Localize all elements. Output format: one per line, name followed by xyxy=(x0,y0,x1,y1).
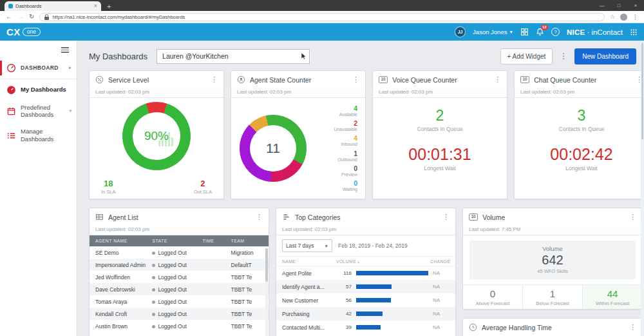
legend-value: 4 xyxy=(307,104,357,112)
legend-value: 2 xyxy=(307,119,357,127)
date-range: Feb 18, 2019 - Feb 24, 2019 xyxy=(338,242,408,249)
out-sla-value: 2 xyxy=(194,179,212,188)
agent-state-total: 11 xyxy=(266,141,280,156)
browser-tab[interactable]: Dashboards × xyxy=(5,1,101,11)
column-header[interactable]: CHANGE xyxy=(430,259,450,264)
state-dot-icon xyxy=(152,325,155,328)
agent-row[interactable]: Austin BrownLogged OutTBBT Te xyxy=(90,320,269,332)
state-dot-icon xyxy=(152,313,155,316)
widget-kebab-icon[interactable]: ⋮ xyxy=(629,323,636,331)
column-header[interactable]: AGENT NAME xyxy=(95,239,152,243)
new-tab-button[interactable]: + xyxy=(107,2,111,11)
chevron-down-icon: ▼ xyxy=(509,30,513,34)
forward-icon[interactable]: → xyxy=(17,14,24,20)
column-header[interactable]: VOLUME ↓ xyxy=(336,259,360,264)
notifications-bell-icon[interactable]: 12 xyxy=(536,28,544,36)
window-maximize-button[interactable]: □ xyxy=(611,3,627,8)
help-icon[interactable]: ? xyxy=(551,28,560,36)
cxone-logo-one: one xyxy=(23,28,41,36)
service-level-widget: Service Level ⋮ Last updated: 02:03 pm 9… xyxy=(89,70,224,199)
widget-kebab-icon[interactable]: ⋮ xyxy=(442,213,450,221)
dashboard-name-input[interactable] xyxy=(156,49,310,64)
legend-item: 2Unavailable xyxy=(307,119,357,132)
agent-list-scrollbar[interactable] xyxy=(265,248,268,336)
url-field[interactable]: https://na1.nice-incontact.com/mydashboa… xyxy=(39,13,605,21)
browser-menu-icon[interactable]: ⋮ xyxy=(632,14,638,20)
volume-panel-value: 642 xyxy=(469,253,636,268)
user-name: Jason Jones xyxy=(473,28,507,35)
widget-kebab-icon[interactable]: ⋮ xyxy=(494,75,501,84)
longest-wait-label: Longest Wait xyxy=(424,165,455,172)
chat-queue-counter-widget: 10 Chat Queue Counter ⋮ Last updated: 02… xyxy=(514,70,644,199)
new-dashboard-button[interactable]: New Dashboard xyxy=(574,48,636,64)
category-row[interactable]: Identify Agent a...57NA xyxy=(276,280,455,293)
page-scrollbar[interactable] xyxy=(641,41,644,336)
category-volume: 56 xyxy=(336,297,352,303)
nice-incontact-logo: NICE · inContact xyxy=(567,28,623,36)
column-header[interactable]: TIME xyxy=(202,239,231,243)
bookmark-star-icon[interactable]: ☆ xyxy=(610,14,615,20)
state-dot-icon xyxy=(152,252,155,255)
volume-bar-track xyxy=(356,325,428,330)
percent-circle-icon xyxy=(95,75,104,84)
volume-bar xyxy=(356,311,383,316)
toolbar-kebab-icon[interactable]: ⋮ xyxy=(558,52,569,61)
user-avatar[interactable]: JJ xyxy=(455,26,466,37)
forecast-cell: 0Above Forecast xyxy=(463,285,523,309)
forecast-label: Within Forecast xyxy=(596,301,629,306)
window-close-button[interactable]: × xyxy=(627,3,644,8)
agent-name: Austin Brown xyxy=(95,323,152,330)
category-row[interactable]: Agent Polite116NA xyxy=(276,266,455,280)
column-header[interactable]: NAME xyxy=(282,259,336,264)
volume-bar-track xyxy=(356,271,428,275)
browser-profile-avatar[interactable] xyxy=(620,14,627,21)
widget-kebab-icon[interactable]: ⋮ xyxy=(256,213,263,221)
out-sla-kpi: 2 Out SLA xyxy=(194,179,212,195)
category-change: NA xyxy=(433,311,450,317)
volume-panel-label: Volume xyxy=(469,245,636,252)
window-minimize-button[interactable]: — xyxy=(594,3,611,8)
agent-team: Migration xyxy=(231,250,263,256)
legend-label: Preview xyxy=(307,172,357,177)
apps-icon[interactable] xyxy=(520,28,529,36)
back-icon[interactable]: ← xyxy=(6,14,12,20)
tab-close-icon[interactable]: × xyxy=(94,3,97,9)
agent-row[interactable]: Jed WoffindenLogged OutTBBT Te xyxy=(90,271,269,283)
column-header[interactable]: STATE xyxy=(152,239,202,243)
state-dot-icon xyxy=(152,264,155,267)
sidebar-item-manage-dashboards[interactable]: Manage Dashboards xyxy=(0,123,77,148)
add-widget-button[interactable]: + Add Widget xyxy=(500,48,553,64)
column-header[interactable]: TEAM xyxy=(231,239,263,243)
waffle-menu-icon[interactable] xyxy=(630,28,638,36)
category-change: NA xyxy=(433,284,450,290)
widget-title: Volume xyxy=(482,213,625,221)
refresh-icon[interactable]: ↻ xyxy=(29,14,34,20)
agent-row[interactable]: SE DemoLogged OutMigration xyxy=(90,246,269,259)
category-row[interactable]: New Customer56NA xyxy=(276,293,455,307)
widget-kebab-icon[interactable]: ⋮ xyxy=(352,75,359,84)
agent-row[interactable]: Dave CebrowskiLogged OutTBBT Te xyxy=(90,283,269,295)
agent-team: DefaultT xyxy=(231,262,263,268)
widget-kebab-icon[interactable]: ⋮ xyxy=(211,75,218,84)
widget-title: Voice Queue Counter xyxy=(392,76,489,84)
agent-row[interactable]: Tomas ArayaLogged OutTBBT Te xyxy=(90,295,269,308)
volume-bar-track xyxy=(356,298,428,302)
legend-item: 4Inbound xyxy=(307,134,357,147)
brand-separator: · xyxy=(587,28,590,36)
hamburger-menu-icon[interactable] xyxy=(61,46,69,54)
in-sla-label: In SLA xyxy=(101,189,116,195)
period-select[interactable]: Last 7 days ▼ xyxy=(282,239,332,252)
category-volume: 57 xyxy=(336,284,352,290)
widget-kebab-icon[interactable]: ⋮ xyxy=(629,213,636,221)
agent-state: Logged Out xyxy=(152,286,202,293)
sidebar-item-predefined-dashboards[interactable]: Predefined Dashboards ▾ xyxy=(0,99,77,124)
agent-row[interactable]: Impersonated AdminLogged OutDefaultT xyxy=(90,259,269,271)
category-row[interactable]: Purchasing42NA xyxy=(276,307,455,321)
category-row[interactable]: Contacted Multi...39NA xyxy=(276,321,455,334)
agent-row[interactable]: Kendall CroftLogged OutTBBT Te xyxy=(90,308,269,320)
user-menu[interactable]: Jason Jones ▼ xyxy=(473,28,513,35)
sidebar-item-my-dashboards[interactable]: My Dashboards xyxy=(0,81,77,99)
sidebar-item-dashboard[interactable]: DASHBOARD ▸ xyxy=(0,59,77,77)
legend-label: Waiting xyxy=(307,187,357,192)
forecast-label: Above Forecast xyxy=(476,301,510,306)
